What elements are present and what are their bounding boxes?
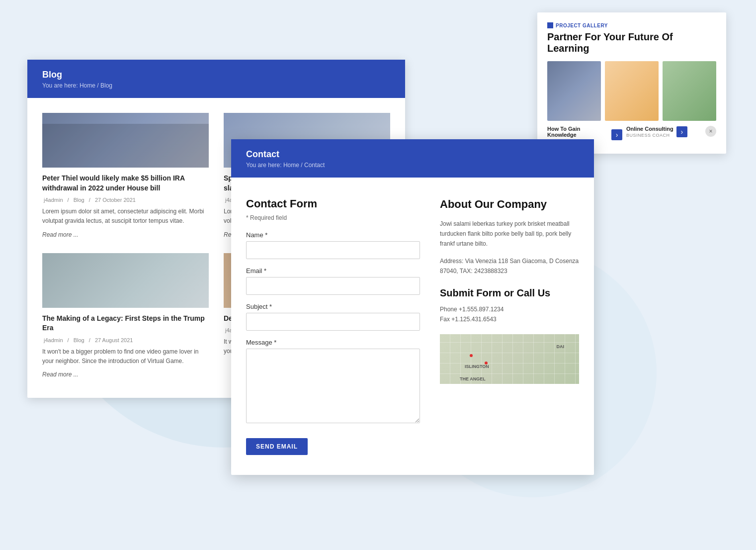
blog-header: Blog You are here: Home / Blog — [27, 60, 405, 98]
gallery-image-3 — [663, 61, 716, 121]
blog-card-1: Peter Thiel would likely make $5 billion… — [42, 113, 209, 238]
map-placeholder: ISLINGTON DAI THE ANGEL — [440, 334, 579, 384]
contact-title: Contact — [246, 149, 579, 160]
about-title: About Our Company — [440, 197, 579, 212]
subject-label: Subject * — [246, 303, 420, 310]
blog-card-1-title: Peter Thiel would likely make $5 billion… — [42, 174, 209, 193]
company-address: Address: Via Venezia 118 San Giacoma, D … — [440, 256, 579, 276]
map-label-islington: ISLINGTON — [465, 364, 489, 369]
about-company-section: About Our Company Jowi salami leberkas t… — [440, 197, 579, 276]
map-label-angel: THE ANGEL — [460, 376, 486, 381]
contact-breadcrumb: You are here: Home / Contact — [246, 162, 579, 169]
gallery-image-1 — [547, 61, 601, 121]
contact-header: Contact You are here: Home / Contact — [231, 139, 594, 178]
gallery-images — [547, 61, 716, 121]
contact-body: Contact Form * Required field Name * Ema… — [231, 178, 594, 475]
message-label: Message * — [246, 339, 420, 346]
gallery-page: PROJECT GALLERY Partner For Your Future … — [537, 12, 726, 154]
contact-page: Contact You are here: Home / Contact Con… — [231, 139, 594, 475]
breadcrumb-home-link[interactable]: Home — [80, 82, 95, 89]
blog-title: Blog — [42, 70, 390, 80]
contact-sidebar: About Our Company Jowi salami leberkas t… — [440, 197, 579, 455]
email-input[interactable] — [246, 277, 420, 295]
send-email-button[interactable]: SEND EMAIL — [246, 438, 308, 455]
about-text: Jowi salami leberkas turkey pork brisket… — [440, 219, 579, 249]
blog-card-3-title: The Making of a Legacy: First Steps in t… — [42, 314, 209, 333]
gallery-item-2-text: Online Consulting BUSINESS COACH — [626, 126, 673, 138]
blog-card-3: The Making of a Legacy: First Steps in t… — [42, 253, 209, 378]
gallery-item-1-next-button[interactable]: › — [611, 129, 622, 140]
message-textarea[interactable] — [246, 349, 420, 423]
blog-card-3-excerpt: It won't be a bigger problem to find one… — [42, 347, 209, 366]
blog-card-1-image — [42, 113, 209, 168]
contact-breadcrumb-home-link[interactable]: Home — [283, 162, 299, 169]
fax-number: Fax +1.125.431.6543 — [440, 314, 579, 324]
blog-card-1-meta: j4admin / Blog / 27 October 2021 — [42, 197, 209, 203]
gallery-image-2 — [605, 61, 659, 121]
name-label: Name * — [246, 231, 420, 239]
submit-section: Submit Form or Call Us Phone +1.555.897.… — [440, 286, 579, 325]
message-field-group: Message * — [246, 339, 420, 425]
email-label: Email * — [246, 267, 420, 275]
submit-title: Submit Form or Call Us — [440, 286, 579, 299]
email-field-group: Email * — [246, 267, 420, 295]
required-note: * Required field — [246, 214, 420, 221]
gallery-close-button[interactable]: × — [705, 126, 716, 137]
map-label-dai: DAI — [557, 344, 565, 349]
gallery-item-2-next-button[interactable]: › — [676, 126, 687, 137]
blog-breadcrumb: You are here: Home / Blog — [42, 82, 390, 89]
contact-form-title: Contact Form — [246, 197, 420, 210]
blog-card-3-image — [42, 253, 209, 308]
phone-number: Phone +1.555.897.1234 — [440, 304, 579, 314]
blog-card-3-read-more[interactable]: Read more ... — [42, 371, 209, 378]
subject-input[interactable] — [246, 313, 420, 331]
blog-card-1-read-more[interactable]: Read more ... — [42, 231, 209, 238]
subject-field-group: Subject * — [246, 303, 420, 331]
blog-card-3-meta: j4admin / Blog / 27 August 2021 — [42, 337, 209, 343]
map-dot-1 — [470, 354, 473, 357]
gallery-label: PROJECT GALLERY — [547, 22, 716, 28]
blog-card-1-excerpt: Lorem ipsum dolor sit amet, consectetur … — [42, 207, 209, 226]
gallery-label-icon — [547, 22, 553, 28]
gallery-item-2: Online Consulting BUSINESS COACH › — [626, 126, 701, 138]
gallery-title: Partner For Your Future Of Learning — [547, 31, 716, 54]
name-field-group: Name * — [246, 231, 420, 259]
contact-form-section: Contact Form * Required field Name * Ema… — [246, 197, 420, 455]
name-input[interactable] — [246, 241, 420, 259]
